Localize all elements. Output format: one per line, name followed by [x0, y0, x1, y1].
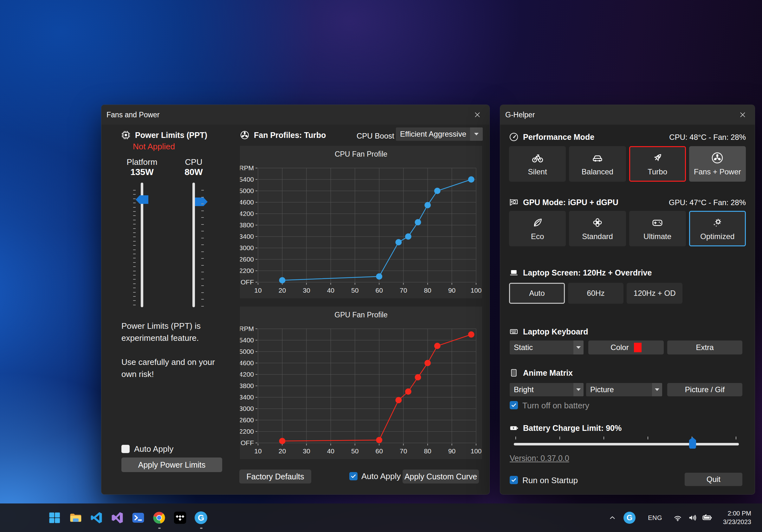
gpu-fan-chart[interactable]: GPU Fan ProfileRPM5400500046004200380034… — [240, 307, 482, 459]
g-helper-close-button[interactable] — [736, 109, 749, 120]
svg-text:4600: 4600 — [240, 359, 254, 366]
screen-button-120hz-od[interactable]: 120Hz + OD — [627, 283, 682, 304]
battery-limit-slider-track[interactable] — [514, 443, 739, 445]
run-on-startup-label: Run on Startup — [522, 476, 578, 486]
svg-text:GPU Fan Profile: GPU Fan Profile — [335, 311, 387, 319]
g-helper-taskbar-button[interactable]: G — [192, 509, 210, 527]
gpu-mode-header: GPU Mode: iGPU + dGPU — [509, 197, 618, 207]
screen-button-auto[interactable]: Auto — [509, 283, 565, 304]
svg-text:4600: 4600 — [240, 198, 254, 206]
tray-chevron-up[interactable] — [605, 514, 619, 522]
svg-text:40: 40 — [327, 287, 335, 294]
gpu-button-ultimate[interactable]: Ultimate — [629, 211, 686, 246]
visual-studio-button[interactable] — [109, 509, 126, 527]
gpu-button-standard[interactable]: Standard — [569, 211, 626, 246]
clock-date: 3/23/2023 — [723, 518, 751, 526]
language-indicator[interactable]: ENG — [648, 514, 662, 521]
platform-slider-label: Platform — [123, 157, 161, 167]
quit-button[interactable]: Quit — [685, 473, 742, 486]
cpu-boost-dropdown[interactable]: Efficient Aggressive — [396, 127, 483, 141]
svg-text:60: 60 — [376, 447, 383, 455]
cpu-slider-track[interactable] — [192, 183, 195, 307]
svg-text:30: 30 — [303, 287, 310, 294]
anime-matrix-header: Anime Matrix — [509, 368, 573, 378]
mode-button-turbo[interactable]: Turbo — [629, 146, 686, 182]
dropdown-arrow-button[interactable] — [573, 341, 583, 354]
file-explorer-button[interactable] — [67, 509, 84, 527]
mode-button-fans-power[interactable]: Fans + Power — [689, 146, 746, 182]
mode-button-label: Auto — [529, 289, 545, 298]
car-icon — [591, 152, 604, 164]
run-on-startup-checkbox[interactable] — [510, 476, 518, 484]
tray-volume[interactable] — [685, 513, 700, 522]
g-helper-window: G-Helper Performance Mode CPU: 48°C - Fa… — [500, 105, 755, 494]
svg-text:100: 100 — [470, 447, 482, 455]
keyboard-extra-button[interactable]: Extra — [667, 341, 742, 354]
laptop-keyboard-header: Laptop Keyboard — [509, 327, 588, 337]
fans-window-close-button[interactable] — [471, 109, 484, 120]
dropdown-arrow-button[interactable] — [470, 127, 483, 141]
folder-icon — [68, 511, 82, 525]
cpu-fan-chart[interactable]: CPU Fan ProfileRPM5400500046004200380034… — [240, 146, 482, 298]
chrome-icon — [152, 511, 166, 525]
performance-mode-title: Performance Mode — [523, 132, 594, 142]
battery-limit-header: Battery Charge Limit: 90% — [509, 423, 622, 433]
gpu-button-optimized[interactable]: Optimized — [689, 211, 746, 246]
platform-slider-thumb[interactable] — [136, 195, 148, 204]
version-link[interactable]: Version: 0.37.0.0 — [510, 454, 569, 463]
dropdown-arrow-button[interactable] — [573, 383, 583, 396]
svg-text:3400: 3400 — [240, 233, 254, 240]
chrome-button[interactable] — [150, 509, 168, 527]
fans-window-titlebar[interactable]: Fans and Power — [102, 105, 490, 124]
color-swatch — [634, 343, 642, 352]
factory-defaults-button[interactable]: Factory Defaults — [239, 470, 311, 484]
power-limits-warning-2: Use carefully and on your own risk! — [121, 356, 229, 380]
terminal-button[interactable] — [129, 509, 147, 527]
apply-custom-curve-button[interactable]: Apply Custom Curve — [403, 470, 479, 484]
svg-text:70: 70 — [400, 447, 407, 455]
anime-battery-checkbox-label: Turn off on battery — [522, 401, 589, 411]
svg-text:100: 100 — [470, 287, 482, 294]
check-icon — [350, 473, 356, 479]
battery-limit-slider-thumb[interactable] — [689, 437, 696, 449]
gpu-button-eco[interactable]: Eco — [509, 211, 566, 246]
tidal-button[interactable] — [171, 509, 189, 527]
anime-battery-checkbox[interactable] — [510, 401, 518, 409]
keyboard-color-button[interactable]: Color — [588, 341, 664, 354]
anime-brightness-dropdown[interactable]: Bright — [510, 383, 583, 396]
power-limits-warning-1: Power Limits (PPT) is experimental featu… — [121, 320, 229, 344]
cpu-fan-chart-panel[interactable]: CPU Fan ProfileRPM5400500046004200380034… — [240, 146, 482, 298]
mode-button-silent[interactable]: Silent — [509, 146, 566, 182]
svg-text:50: 50 — [351, 287, 358, 294]
vscode-button[interactable] — [88, 509, 105, 527]
running-indicator — [200, 528, 202, 529]
svg-text:RPM: RPM — [240, 325, 254, 332]
tray-wifi[interactable] — [670, 513, 685, 522]
apply-power-limits-button[interactable]: Apply Power Limits — [121, 458, 222, 472]
start-button[interactable] — [46, 509, 63, 527]
svg-text:3800: 3800 — [240, 382, 254, 389]
curve-auto-apply-checkbox[interactable] — [349, 472, 357, 480]
mode-button-label: Optimized — [700, 232, 734, 241]
g-helper-icon: G — [624, 512, 636, 524]
fan-icon — [240, 130, 250, 140]
tray-clock[interactable]: 2:00 PM 3/23/2023 — [723, 509, 751, 526]
cpu-chip-icon — [121, 130, 130, 140]
visual-studio-icon — [110, 511, 124, 525]
anime-picture-gif-button[interactable]: Picture / Gif — [667, 383, 742, 396]
mode-button-balanced[interactable]: Balanced — [569, 146, 626, 182]
svg-text:OFF: OFF — [241, 439, 254, 446]
tray-battery[interactable] — [700, 513, 715, 523]
screen-button-60hz[interactable]: 60Hz — [568, 283, 624, 304]
tray-g-helper[interactable]: G — [619, 512, 640, 524]
gpu-fan-chart-panel[interactable]: GPU Fan ProfileRPM5400500046004200380034… — [240, 307, 482, 459]
power-auto-apply-checkbox[interactable] — [121, 445, 130, 453]
fan-profiles-header: Fan Profiles: Turbo — [240, 130, 326, 140]
keyboard-mode-dropdown[interactable]: Static — [510, 341, 583, 354]
anime-mode-dropdown[interactable]: Picture — [586, 383, 662, 396]
clock-time: 2:00 PM — [723, 509, 751, 518]
laptop-screen-header: Laptop Screen: 120Hz + Overdrive — [509, 268, 652, 277]
cpu-slider-thumb[interactable] — [195, 197, 208, 206]
g-helper-titlebar[interactable]: G-Helper — [500, 105, 755, 124]
dropdown-arrow-button[interactable] — [652, 383, 662, 396]
